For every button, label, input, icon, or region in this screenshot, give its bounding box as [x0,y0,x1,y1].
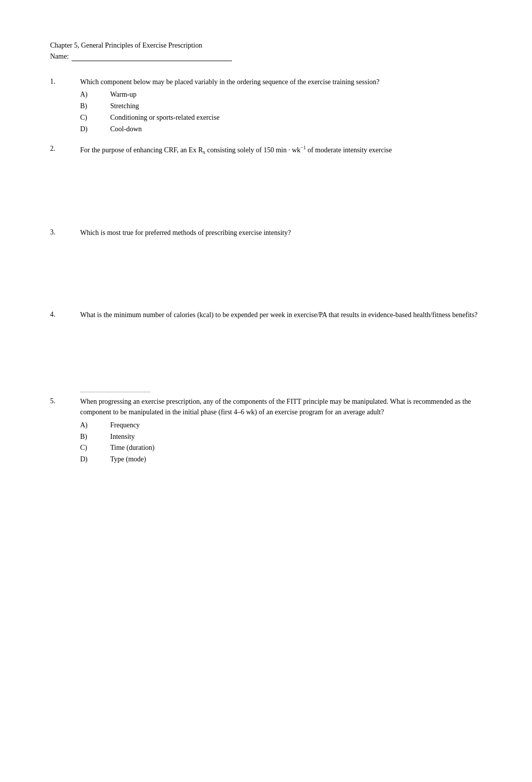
option-1d-text: Cool-down [110,124,482,135]
header: Chapter 5, General Principles of Exercis… [50,40,482,63]
question-1-content: Which component below may be placed vari… [80,77,482,135]
option-5d: D) Type (mode) [80,454,482,465]
question-5: 5. When progressing an exercise prescrip… [50,396,482,465]
option-5c-letter: C) [80,442,110,453]
chapter-title: Chapter 5, General Principles of Exercis… [50,40,482,51]
option-1b-text: Stretching [110,101,482,112]
option-1a-text: Warm-up [110,89,482,100]
option-5a-letter: A) [80,420,110,431]
question-5-options: A) Frequency B) Intensity C) Time (durat… [80,420,482,465]
question-3-spacer [80,240,482,306]
option-1b-letter: B) [80,101,110,112]
option-1a: A) Warm-up [80,89,482,100]
question-4: 4. What is the minimum number of calorie… [50,310,482,388]
option-5d-letter: D) [80,454,110,465]
option-1a-letter: A) [80,89,110,100]
question-2-spacer [80,158,482,223]
question-5-text: When progressing an exercise prescriptio… [80,396,482,418]
question-3-content: Which is most true for preferred methods… [80,227,482,306]
question-5-number: 5. [50,396,80,465]
name-underline-field[interactable] [72,53,232,61]
name-line: Name: [50,51,482,62]
question-2-content: For the purpose of enhancing CRF, an Ex … [80,144,482,223]
question-2-number: 2. [50,144,80,223]
option-5b-letter: B) [80,431,110,442]
option-1c-letter: C) [80,112,110,123]
question-2: 2. For the purpose of enhancing CRF, an … [50,144,482,223]
questions-list: 1. Which component below may be placed v… [50,77,482,465]
question-1-number: 1. [50,77,80,135]
option-5c: C) Time (duration) [80,442,482,453]
option-5a-text: Frequency [110,420,482,431]
question-2-text: For the purpose of enhancing CRF, an Ex … [80,144,482,156]
question-4-content: What is the minimum number of calories (… [80,310,482,388]
question-1: 1. Which component below may be placed v… [50,77,482,135]
option-1b: B) Stretching [80,101,482,112]
question-4-number: 4. [50,310,80,388]
option-5b: B) Intensity [80,431,482,442]
option-5a: A) Frequency [80,420,482,431]
divider-before-q5 [50,392,482,392]
question-1-text: Which component below may be placed vari… [80,77,482,88]
divider-line [80,392,150,392]
question-1-options: A) Warm-up B) Stretching C) Conditioning… [80,89,482,134]
option-5b-text: Intensity [110,431,482,442]
option-1d-letter: D) [80,124,110,135]
question-3-text: Which is most true for preferred methods… [80,227,482,238]
question-3: 3. Which is most true for preferred meth… [50,227,482,306]
option-5d-text: Type (mode) [110,454,482,465]
question-4-spacer [80,323,482,388]
option-1d: D) Cool-down [80,124,482,135]
name-label: Name: [50,51,69,62]
question-3-number: 3. [50,227,80,306]
question-4-text: What is the minimum number of calories (… [80,310,482,321]
question-5-content: When progressing an exercise prescriptio… [80,396,482,465]
page: Chapter 5, General Principles of Exercis… [0,0,532,782]
option-5c-text: Time (duration) [110,442,482,453]
option-1c-text: Conditioning or sports-related exercise [110,112,482,123]
option-1c: C) Conditioning or sports-related exerci… [80,112,482,123]
